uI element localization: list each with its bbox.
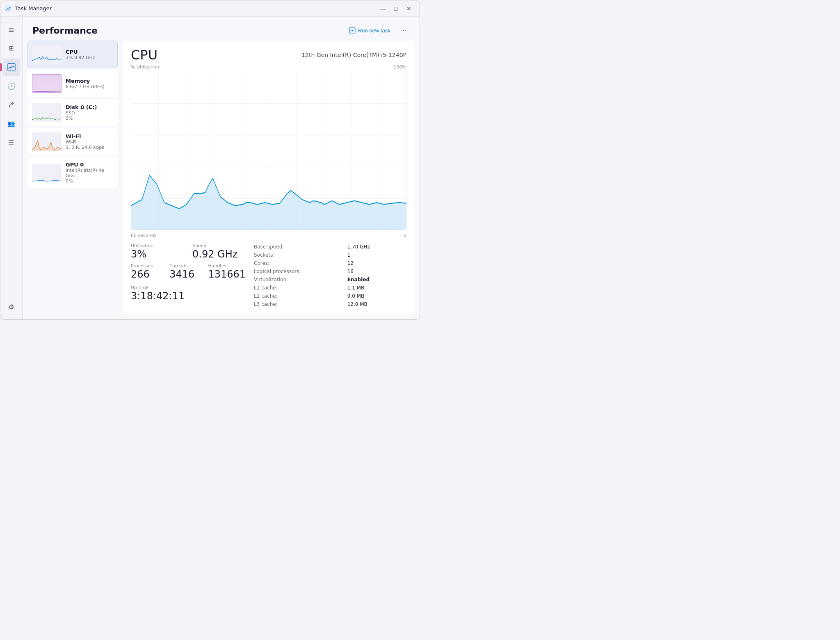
sidebar-item-performance[interactable]: [3, 59, 20, 76]
sidebar-item-startup[interactable]: [3, 96, 20, 114]
uptime-label: Up time: [131, 285, 246, 290]
gpu-info: GPU 0 Intel(R) Iris(R) Xe Gra... 0%: [66, 162, 113, 184]
window-controls: — □ ✕: [377, 3, 415, 14]
sidebar: ≡ ⊞ 🕐 👥 ☰ ⚙: [0, 17, 23, 319]
chart-y-label: % Utilization: [131, 64, 159, 70]
info-value-4: Enabled: [347, 276, 406, 283]
run-task-icon: +: [349, 27, 356, 34]
list-icon: ☰: [8, 139, 14, 147]
sidebar-item-settings[interactable]: ⚙: [3, 298, 20, 315]
chart-x-label: 60 seconds: [131, 233, 156, 238]
detail-header: CPU 12th Gen Intel(R) Core(TM) i5-1240P: [131, 47, 406, 63]
info-label-4: Virtualization:: [254, 276, 338, 283]
cpu-info: CPU 3% 0.92 GHz: [66, 49, 113, 60]
disk-sub2: 5%: [66, 116, 113, 121]
uptime-stat: Up time 3:18:42:11: [131, 283, 246, 302]
info-label-2: Cores:: [254, 260, 338, 267]
wifi-info: Wi-Fi Wi-Fi S: 0 R: 24.0 Kbps: [66, 133, 113, 150]
header-actions: + Run new task ···: [345, 24, 410, 36]
users-icon: 👥: [7, 120, 15, 128]
gpu-name: GPU 0: [66, 162, 113, 168]
performance-icon: [7, 63, 16, 71]
app-body: ≡ ⊞ 🕐 👥 ☰ ⚙: [0, 17, 420, 319]
utilization-label: Utilization: [131, 243, 184, 248]
device-item-disk[interactable]: Disk 0 (C:) SSD 5%: [27, 99, 118, 126]
handles-label: Handles: [208, 263, 246, 269]
gpu-sub1: Intel(R) Iris(R) Xe Gra...: [66, 168, 113, 178]
utilization-stat: Utilization 3%: [131, 243, 184, 260]
minimize-button[interactable]: —: [377, 3, 388, 14]
info-value-5: 1.1 MB: [347, 284, 406, 292]
device-item-gpu[interactable]: GPU 0 Intel(R) Iris(R) Xe Gra... 0%: [27, 157, 118, 188]
info-label-7: L3 cache:: [254, 301, 338, 308]
info-value-7: 12.0 MB: [347, 301, 406, 308]
sidebar-item-history[interactable]: 🕐: [3, 77, 20, 95]
memory-sub: 6.6/7.7 GB (86%): [66, 84, 113, 89]
info-label-5: L1 cache:: [254, 284, 338, 292]
title-bar-left: Task Manager: [5, 5, 52, 12]
utilization-speed-row: Utilization 3% Speed 0.92 GHz: [131, 243, 246, 260]
processes-stat: Processes 266: [131, 263, 161, 280]
gpu-thumbnail: [32, 164, 62, 182]
speed-stat: Speed 0.92 GHz: [192, 243, 246, 260]
cpu-info-grid: Base speed: 1.70 GHz Sockets: 1 Cores: 1…: [254, 243, 406, 308]
svg-text:+: +: [351, 28, 354, 33]
info-label-1: Sockets:: [254, 251, 338, 259]
app-icon: [5, 5, 12, 12]
disk-info: Disk 0 (C:) SSD 5%: [66, 104, 113, 121]
stats-section: Utilization 3% Speed 0.92 GHz Processes: [131, 243, 406, 308]
speed-value: 0.92 GHz: [192, 248, 246, 260]
chart-y-max: 100%: [394, 64, 406, 70]
info-value-0: 1.70 GHz: [347, 243, 406, 251]
hamburger-icon: ≡: [8, 25, 14, 34]
title-bar: Task Manager — □ ✕: [0, 0, 420, 17]
startup-icon: [7, 101, 16, 109]
disk-name: Disk 0 (C:): [66, 104, 113, 110]
wifi-thumbnail: [32, 132, 62, 151]
app-title: Task Manager: [15, 5, 52, 11]
content-area: CPU 3% 0.92 GHz Memory 6.6/7.7 GB (8: [23, 41, 420, 319]
sidebar-item-users[interactable]: 👥: [3, 115, 20, 132]
detail-panel: CPU 12th Gen Intel(R) Core(TM) i5-1240P …: [123, 41, 415, 314]
chart-x-right: 0: [404, 233, 406, 238]
uptime-value: 3:18:42:11: [131, 290, 246, 302]
threads-label: Threads: [169, 263, 200, 269]
device-list: CPU 3% 0.92 GHz Memory 6.6/7.7 GB (8: [27, 41, 118, 314]
info-label-0: Base speed:: [254, 243, 338, 251]
svg-rect-4: [32, 77, 62, 93]
speed-label: Speed: [192, 243, 246, 248]
disk-sub1: SSD: [66, 110, 113, 116]
cpu-name: CPU: [66, 49, 113, 55]
run-new-task-button[interactable]: + Run new task: [345, 25, 395, 36]
main-content: Performance + Run new task ···: [23, 17, 420, 319]
sidebar-item-details[interactable]: ☰: [3, 134, 20, 151]
processes-value: 266: [131, 269, 161, 280]
info-value-6: 9.0 MB: [347, 292, 406, 300]
grid-icon: ⊞: [9, 45, 14, 52]
processes-threads-handles-row: Processes 266 Threads 3416 Handles 13166…: [131, 263, 246, 280]
disk-thumbnail: [32, 103, 62, 122]
more-options-button[interactable]: ···: [398, 24, 410, 36]
info-value-3: 16: [347, 268, 406, 275]
info-value-1: 1: [347, 251, 406, 259]
maximize-button[interactable]: □: [390, 3, 402, 14]
stats-left: Utilization 3% Speed 0.92 GHz Processes: [131, 243, 246, 308]
sidebar-item-menu[interactable]: ≡: [3, 21, 20, 38]
handles-stat: Handles 131661: [208, 263, 246, 280]
device-item-memory[interactable]: Memory 6.6/7.7 GB (86%): [27, 70, 118, 97]
handles-value: 131661: [208, 269, 246, 280]
memory-name: Memory: [66, 78, 113, 84]
wifi-name: Wi-Fi: [66, 133, 113, 139]
cpu-sub: 3% 0.92 GHz: [66, 55, 113, 60]
close-button[interactable]: ✕: [403, 3, 415, 14]
info-label-3: Logical processors:: [254, 268, 338, 275]
detail-subtitle: 12th Gen Intel(R) Core(TM) i5-1240P: [301, 52, 406, 58]
wifi-sub2: S: 0 R: 24.0 Kbps: [66, 145, 113, 150]
device-item-wifi[interactable]: Wi-Fi Wi-Fi S: 0 R: 24.0 Kbps: [27, 128, 118, 155]
device-item-cpu[interactable]: CPU 3% 0.92 GHz: [27, 41, 118, 68]
wifi-sub1: Wi-Fi: [66, 139, 113, 145]
threads-stat: Threads 3416: [169, 263, 200, 280]
sidebar-item-overview[interactable]: ⊞: [3, 40, 20, 57]
chart-area: [131, 72, 406, 230]
detail-title: CPU: [131, 47, 158, 63]
